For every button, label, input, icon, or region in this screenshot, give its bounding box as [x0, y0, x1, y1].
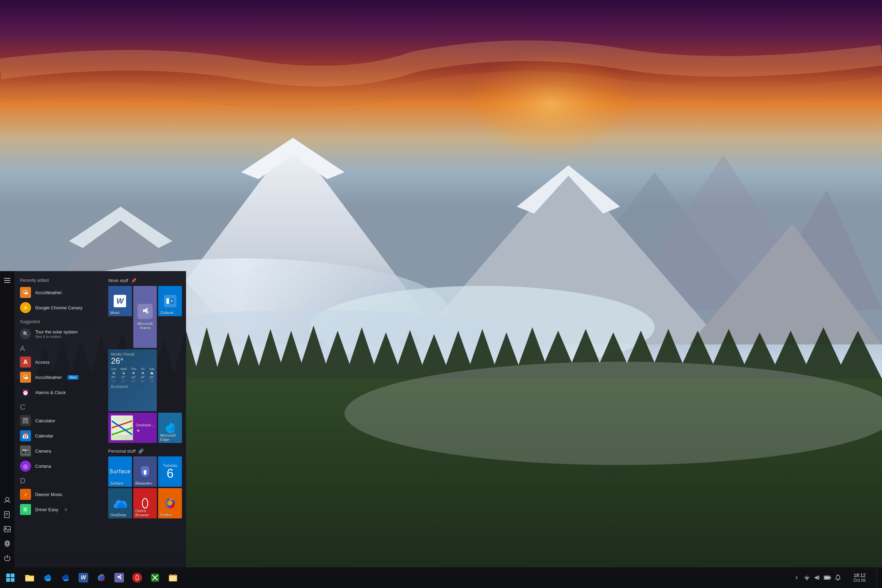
weather-forecast: Tue 🌤 26° 17° Wed 🌤 27° 17° Thu [111, 367, 154, 383]
sidebar-user[interactable] [1, 494, 14, 507]
taskbar-word[interactable]: W [74, 567, 92, 588]
alarms-icon: ⏰ [20, 387, 31, 398]
tile-teams-name: Microsoft Teams [134, 322, 157, 330]
tray-chevron[interactable] [792, 572, 801, 584]
start-button[interactable] [0, 567, 21, 588]
app-name-camera: Camera [35, 448, 51, 454]
app-item-calculator[interactable]: Calculator [15, 413, 104, 428]
svg-rect-53 [4, 282, 10, 283]
tray-network[interactable] [802, 572, 812, 584]
tray-battery[interactable] [823, 572, 832, 584]
svg-point-66 [25, 421, 26, 422]
tile-onenote[interactable]: OneNote... N [108, 412, 157, 443]
driver-easy-expand[interactable]: ∨ [62, 506, 69, 513]
tile-opera-name: Opera Browser [135, 509, 155, 517]
app-item-deezer[interactable]: ♪ Deezer Music [15, 487, 104, 502]
solar-sub-text: See it in motion [35, 334, 78, 339]
app-item-driver-easy[interactable]: Driver Easy ∨ [15, 502, 104, 517]
weather-temp: 26° [111, 356, 154, 366]
tile-opera[interactable]: Opera Browser [134, 488, 157, 518]
taskbar-file-explorer[interactable] [21, 567, 39, 588]
show-desktop-button[interactable] [876, 567, 879, 588]
word-tile-icon: W [114, 295, 126, 307]
tile-surface[interactable]: Surface Surface [108, 456, 132, 487]
app-item-access[interactable]: A Access [15, 354, 104, 370]
forecast-fri: Fri 🌧 18° 15° [141, 367, 146, 383]
sidebar-documents[interactable] [1, 508, 14, 521]
sidebar-pictures[interactable] [1, 522, 14, 536]
tile-teams[interactable]: Microsoft Teams [134, 286, 157, 348]
tile-edge[interactable]: Microsoft Edge [158, 412, 182, 443]
svg-point-96 [807, 579, 808, 580]
tile-word[interactable]: W Word [108, 286, 132, 316]
app-item-camera[interactable]: 📷 Camera [15, 443, 104, 459]
svg-point-68 [23, 422, 24, 423]
app-item-calendar[interactable]: 📅 Calendar [15, 428, 104, 443]
tile-word-name: Word [110, 311, 130, 315]
app-name-calendar: Calendar [35, 434, 53, 438]
taskbar-firefox[interactable] [92, 567, 110, 588]
taskbar-xbox[interactable] [146, 567, 164, 588]
svg-rect-100 [825, 577, 830, 579]
clock[interactable]: 18:12 Oct 06 [844, 567, 875, 588]
svg-rect-56 [6, 513, 8, 514]
start-sidebar [0, 271, 15, 567]
tile-calendar[interactable]: Tuesday 6 [158, 456, 182, 487]
app-item-accuweather[interactable]: 🌤 AccuWeather New [15, 370, 104, 385]
alpha-d: D [15, 474, 104, 487]
taskbar-edge[interactable] [39, 567, 57, 588]
svg-point-75 [146, 308, 148, 310]
tile-firefox[interactable]: Firefox [158, 488, 182, 518]
app-item-chrome-canary[interactable]: Google Chrome Canary [15, 300, 104, 315]
app-item-accuweather-recent[interactable]: 🌤 AccuWeather [15, 285, 104, 300]
tray-volume[interactable] [812, 572, 822, 584]
deezer-icon: ♪ [20, 489, 31, 500]
taskbar-edge-canary[interactable] [57, 567, 74, 588]
weather-condition: Mostly Cloudy [111, 352, 154, 356]
app-name-deezer: Deezer Music [35, 492, 62, 497]
tray-notification[interactable] [833, 572, 843, 584]
taskbar-teams[interactable] [110, 567, 128, 588]
taskbar-extra-icon [168, 573, 178, 582]
svg-point-89 [134, 575, 140, 580]
app-name-cortana: Cortana [35, 464, 51, 469]
sidebar-hamburger[interactable] [1, 274, 14, 287]
svg-marker-97 [815, 576, 818, 580]
app-item-cortana[interactable]: ◎ Cortana [15, 459, 104, 474]
tile-outlook[interactable]: O Outlook [158, 286, 182, 316]
svg-text:O: O [171, 299, 173, 303]
svg-point-50 [345, 362, 882, 465]
cortana-icon: ◎ [20, 460, 31, 472]
suggested-solar-system[interactable]: 🔍 Tour the solar system See it in motion [15, 326, 104, 341]
taskbar-opera[interactable] [128, 567, 146, 588]
suggested-header: Suggested [15, 315, 104, 326]
teams-icon [138, 304, 153, 319]
taskbar-opera-icon [132, 573, 142, 582]
accuweather-badge: New [68, 375, 78, 380]
tile-onedrive-name: OneDrive [110, 513, 130, 517]
svg-rect-86 [26, 577, 33, 581]
sidebar-settings[interactable] [1, 537, 14, 550]
sidebar-power[interactable] [1, 552, 14, 565]
taskbar-word-icon: W [78, 573, 88, 582]
svg-text:N: N [137, 429, 140, 432]
solar-main-text: Tour the solar system [35, 329, 78, 334]
svg-rect-72 [23, 508, 28, 508]
opera-icon [138, 496, 152, 510]
tile-weather[interactable]: Mostly Cloudy 26° Tue 🌤 26° 17° Wed 🌤 27 [108, 349, 157, 411]
svg-rect-99 [830, 577, 831, 578]
svg-point-88 [120, 575, 122, 577]
taskbar-app-extra[interactable] [164, 567, 182, 588]
taskbar-right: 18:12 Oct 06 [792, 567, 882, 588]
outlook-icon: O [164, 295, 176, 307]
tile-onedrive[interactable]: OneDrive [108, 488, 132, 518]
svg-point-65 [23, 421, 24, 422]
accuweather-icon: 🌤 [20, 287, 31, 298]
tile-bitwarden[interactable]: Bitwarden [134, 456, 157, 487]
forecast-thu: Thu 🌧 19° 15° [131, 367, 136, 383]
clock-date: Oct 06 [854, 578, 866, 583]
calendar-day-number: 6 [167, 468, 174, 480]
weather-content: Mostly Cloudy 26° Tue 🌤 26° 17° Wed 🌤 27 [108, 349, 157, 411]
personal-stuff-link-icon: 🔗 [138, 448, 144, 454]
app-item-alarms[interactable]: ⏰ Alarms & Clock [15, 385, 104, 400]
